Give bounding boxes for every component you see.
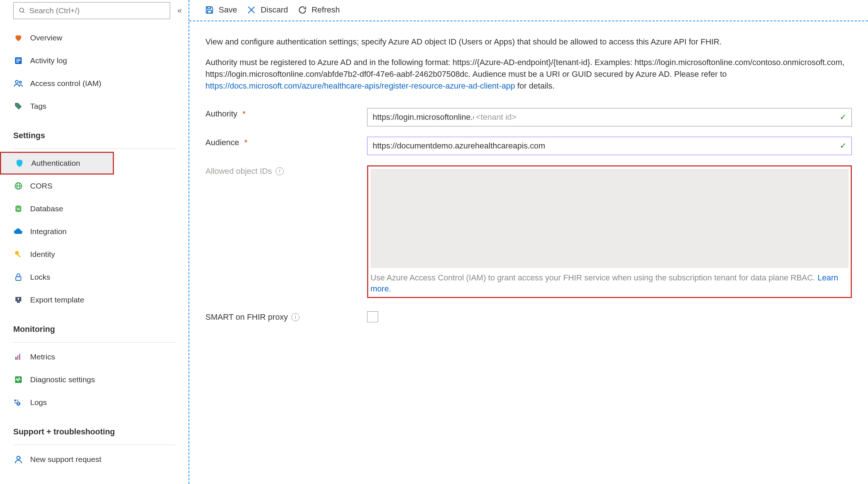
sidebar: « Overview Activity log Access control (… xyxy=(0,0,189,484)
required-marker: * xyxy=(243,108,246,120)
smart-row: SMART on FHIR proxy i xyxy=(205,311,852,326)
intro-text-2: Authority must be registered to Azure AD… xyxy=(205,57,852,92)
tags-icon xyxy=(13,101,24,111)
divider xyxy=(13,148,175,149)
svg-line-1 xyxy=(23,11,25,13)
audience-label: Audience* xyxy=(205,137,367,148)
divider xyxy=(13,342,175,343)
authority-input[interactable] xyxy=(373,112,474,122)
sidebar-item-label: Identity xyxy=(30,250,55,259)
svg-rect-16 xyxy=(16,277,21,280)
lock-icon xyxy=(13,272,24,282)
sidebar-item-label: Locks xyxy=(30,273,50,282)
sidebar-item-label: CORS xyxy=(30,182,53,190)
check-icon: ✓ xyxy=(840,140,846,152)
sidebar-item-activity-log[interactable]: Activity log xyxy=(0,49,189,72)
save-icon xyxy=(205,5,214,15)
close-icon xyxy=(247,5,256,15)
audience-input[interactable] xyxy=(373,141,836,151)
check-icon: ✓ xyxy=(840,111,846,123)
save-button[interactable]: Save xyxy=(205,5,237,15)
sidebar-item-logs[interactable]: Logs xyxy=(0,391,189,414)
sidebar-item-identity[interactable]: Identity xyxy=(0,243,189,266)
collapse-sidebar-button[interactable]: « xyxy=(177,6,182,15)
info-icon[interactable]: i xyxy=(276,167,284,175)
sidebar-item-label: Authentication xyxy=(31,159,80,168)
svg-point-7 xyxy=(19,81,21,83)
search-input[interactable] xyxy=(29,6,165,15)
sidebar-item-locks[interactable]: Locks xyxy=(0,266,189,288)
svg-rect-25 xyxy=(14,402,16,404)
toolbar-label: Discard xyxy=(261,5,288,15)
search-box[interactable] xyxy=(13,2,170,19)
discard-button[interactable]: Discard xyxy=(247,5,288,15)
sidebar-item-authentication[interactable]: Authentication xyxy=(0,152,114,175)
sidebar-item-overview[interactable]: Overview xyxy=(0,26,189,49)
sidebar-item-label: Integration xyxy=(30,227,67,236)
allowed-ids-textarea[interactable] xyxy=(370,169,849,268)
refresh-icon xyxy=(298,5,307,15)
allowed-ids-label: Allowed object IDs i xyxy=(205,165,367,177)
sidebar-item-cors[interactable]: CORS xyxy=(0,175,189,197)
sidebar-item-tags[interactable]: Tags xyxy=(0,95,189,118)
sidebar-item-new-support[interactable]: New support request xyxy=(0,448,189,471)
people-icon xyxy=(13,78,24,89)
svg-rect-5 xyxy=(16,62,19,62)
sidebar-item-export-template[interactable]: Export template xyxy=(0,288,189,311)
svg-point-29 xyxy=(17,456,20,459)
globe-icon xyxy=(13,181,24,191)
sidebar-item-label: Logs xyxy=(30,398,47,407)
svg-point-6 xyxy=(15,80,18,83)
sidebar-item-label: New support request xyxy=(30,455,101,464)
svg-rect-21 xyxy=(19,354,20,360)
metrics-icon xyxy=(13,352,24,362)
svg-rect-3 xyxy=(16,59,21,60)
sidebar-item-label: Tags xyxy=(30,102,46,111)
content: View and configure authentication settin… xyxy=(189,21,868,336)
section-monitoring-header: Monitoring xyxy=(0,311,189,338)
sidebar-item-diagnostic[interactable]: Diagnostic settings xyxy=(0,368,189,391)
cloud-icon xyxy=(13,226,24,237)
authority-hint: <tenant id> xyxy=(476,111,516,123)
docs-link[interactable]: https://docs.microsoft.com/azure/healthc… xyxy=(205,81,515,90)
svg-rect-18 xyxy=(17,301,20,303)
authority-input-wrapper[interactable]: <tenant id> ✓ xyxy=(367,108,852,126)
allowed-ids-help: Use Azure Access Control (IAM) to grant … xyxy=(370,272,849,295)
svg-rect-27 xyxy=(18,402,19,403)
section-settings-header: Settings xyxy=(0,118,189,145)
svg-rect-15 xyxy=(17,254,21,257)
sidebar-item-label: Metrics xyxy=(30,352,55,361)
audience-row: Audience* ✓ xyxy=(205,137,852,155)
authority-row: Authority* <tenant id> ✓ xyxy=(205,108,852,126)
smart-label: SMART on FHIR proxy i xyxy=(205,311,367,323)
sidebar-item-label: Activity log xyxy=(30,56,67,65)
divider xyxy=(13,445,175,445)
sidebar-item-iam[interactable]: Access control (IAM) xyxy=(0,72,189,95)
database-icon: DB xyxy=(13,204,24,214)
support-icon xyxy=(13,454,24,465)
info-icon[interactable]: i xyxy=(291,313,300,321)
diagnostic-icon xyxy=(13,374,24,385)
intro-text-1: View and configure authentication settin… xyxy=(205,36,852,48)
svg-rect-30 xyxy=(208,7,211,8)
svg-rect-28 xyxy=(18,404,19,404)
sidebar-item-integration[interactable]: Integration xyxy=(0,220,189,243)
authority-label: Authority* xyxy=(205,108,367,120)
sidebar-item-label: Export template xyxy=(30,295,84,304)
toolbar-label: Save xyxy=(219,5,237,15)
toolbar: Save Discard Refresh xyxy=(189,0,868,21)
sidebar-item-database[interactable]: DB Database xyxy=(0,197,189,220)
svg-rect-19 xyxy=(15,357,17,360)
refresh-button[interactable]: Refresh xyxy=(298,5,340,15)
svg-text:DB: DB xyxy=(17,208,20,210)
sidebar-item-metrics[interactable]: Metrics xyxy=(0,345,189,368)
logs-icon xyxy=(13,397,24,408)
svg-rect-31 xyxy=(208,10,212,13)
search-icon xyxy=(19,7,26,14)
activity-log-icon xyxy=(13,55,24,66)
smart-checkbox[interactable] xyxy=(367,311,378,322)
audience-input-wrapper[interactable]: ✓ xyxy=(367,137,852,155)
section-support-header: Support + troubleshooting xyxy=(0,414,189,441)
main: Save Discard Refresh View and configure … xyxy=(189,0,868,484)
svg-rect-20 xyxy=(17,355,18,360)
